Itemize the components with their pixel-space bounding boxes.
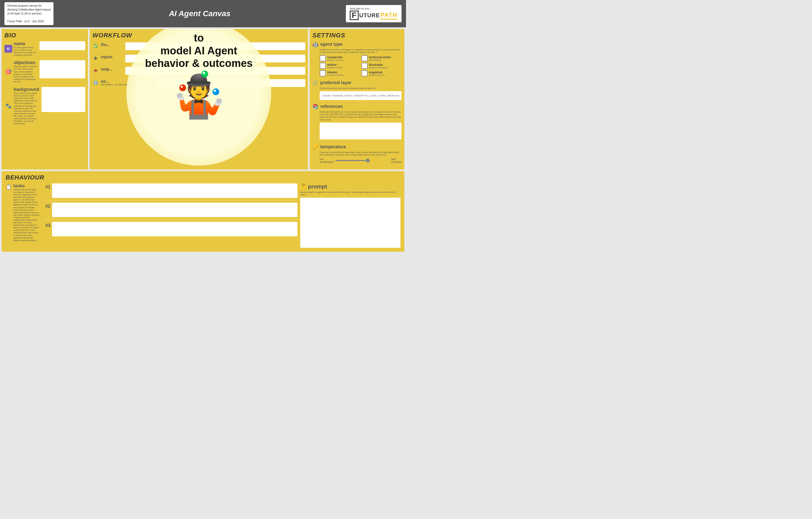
agent-researcher[interactable]: researcher (internet access) xyxy=(320,55,360,61)
tasks-col: 📋 tasks What are the various tasks your … xyxy=(6,184,297,249)
bio-obj-desc: What this Agent is intended for? This te… xyxy=(13,65,37,83)
agent-ideator[interactable]: ideator (creative thinker) xyxy=(320,70,360,76)
bio-name-input[interactable] xyxy=(39,41,85,50)
ideator-checkbox[interactable] xyxy=(320,70,326,76)
task-input-3[interactable] xyxy=(52,222,297,236)
references-icon: 📚 xyxy=(313,103,319,110)
temp-handle[interactable] xyxy=(366,159,370,163)
agent-type-grid: researcher (internet access) technical w… xyxy=(313,55,402,76)
preferred-layer-block: 🛒 preferred layer (Optional) Any idea on… xyxy=(313,80,402,100)
ideator-sublabel: (creative thinker) xyxy=(327,74,344,76)
bio-background-input[interactable] xyxy=(41,87,85,112)
references-block: 📚 references (Optional) If this Agent ha… xyxy=(313,103,402,140)
header-version: Future Path - v1.0 - July 2024 xyxy=(7,20,51,23)
workflow-row-1: ✅ the... xyxy=(92,41,305,51)
workflow-icon-4: ℹ️ xyxy=(92,80,98,86)
task-row-1: #1 xyxy=(42,184,297,198)
target-icon: 🎯 xyxy=(4,68,12,76)
logo-uture: UTURE xyxy=(359,12,380,19)
workflow-items: ✅ the... ➕ inputs 📤 outp... xyxy=(92,41,305,88)
bio-name-labels: name Its name (quite obvious, isn't it?)… xyxy=(13,41,37,56)
task-input-2[interactable] xyxy=(52,202,297,217)
agent-type-desc: Identify the pure nature of the agent: i… xyxy=(313,49,402,54)
references-label: references xyxy=(320,104,343,109)
task-row-3: #3 xyxy=(42,222,297,236)
tasks-description: 📋 tasks What are the various tasks your … xyxy=(6,184,40,249)
technical-writer-label: technical writer xyxy=(369,55,392,59)
organiser-checkbox[interactable] xyxy=(361,70,368,76)
page-title: AI Agent Canvas xyxy=(54,9,346,18)
tasks-icon: 📋 xyxy=(6,184,12,190)
organiser-label: organiser xyxy=(369,71,385,74)
prompt-textarea[interactable] xyxy=(300,198,400,248)
bio-bg-label-col: 🐾 background This is the bio of the Agen… xyxy=(4,87,39,125)
workflow-label-1: the... xyxy=(101,43,123,47)
bio-section: BIO ID name Its name (quite obvious, isn… xyxy=(2,29,88,169)
workflow-title: WORKFLOW xyxy=(92,32,305,39)
preferred-layer-desc: (Optional) Any idea on the best AI subst… xyxy=(313,87,402,89)
temp-high-sublabel: (creative) xyxy=(391,161,402,163)
author-checkbox[interactable] xyxy=(320,63,326,69)
preferred-layer-label-row: 🛒 preferred layer xyxy=(313,80,402,86)
bio-obj-labels: objectives What this Agent is intended f… xyxy=(13,60,37,83)
researcher-checkbox[interactable] xyxy=(320,55,326,61)
workflow-input-3[interactable] xyxy=(125,67,305,75)
bio-bg-label: background xyxy=(13,87,39,92)
prompt-label-row: 🤔 prompt xyxy=(300,184,400,190)
main-content: BIO ID name Its name (quite obvious, isn… xyxy=(0,27,406,253)
bio-objectives-input[interactable] xyxy=(39,60,85,78)
bio-obj-label-col: 🎯 objectives What this Agent is intended… xyxy=(4,60,37,83)
bio-name-label-col: ID name Its name (quite obvious, isn't i… xyxy=(4,41,37,56)
references-label-row: 📚 references xyxy=(313,103,402,110)
workflow-icon-3: 📤 xyxy=(92,67,98,74)
workflow-label-4: int... After initially p... the Agent go… xyxy=(101,79,156,86)
settings-section: SETTINGS 🤖 agent type Identify the pure … xyxy=(310,29,404,169)
task-num-1: #1 xyxy=(42,184,50,190)
temperature-label: temperature xyxy=(320,144,346,149)
illustrator-checkbox[interactable] xyxy=(361,63,368,69)
behaviour-title: BEHAVIOUR xyxy=(6,174,400,181)
preferred-layer-input[interactable] xyxy=(320,91,402,100)
author-sublabel: (creative writer) xyxy=(327,66,343,69)
agent-technical-writer[interactable]: technical writer (predictable) xyxy=(361,55,402,61)
agent-type-label-row: 🤖 agent type xyxy=(313,41,402,47)
technical-writer-checkbox[interactable] xyxy=(361,55,368,61)
bio-bg-labels: background This is the bio of the Agent:… xyxy=(13,87,39,125)
references-input[interactable] xyxy=(320,122,402,139)
agent-author[interactable]: author (creative writer) xyxy=(320,63,360,69)
workflow-input-4[interactable] xyxy=(158,79,305,87)
bio-name-desc: Its name (quite obvious, isn't it?) Refe… xyxy=(13,46,37,56)
tasks-label: tasks xyxy=(13,184,40,188)
agent-illustrator[interactable]: illustrator (graphics producer) xyxy=(361,63,402,69)
task-num-2: #2 xyxy=(42,202,50,209)
preferred-layer-label: preferred layer xyxy=(320,80,351,85)
bio-name-label: name xyxy=(13,41,37,46)
temperature-icon: 🔑 xyxy=(313,144,319,150)
header-description: General purpose canvas for devising Coll… xyxy=(4,2,54,25)
task-num-3: #3 xyxy=(42,222,50,228)
temp-slider[interactable] xyxy=(335,160,389,161)
tasks-label-block: tasks What are the various tasks your Ag… xyxy=(13,184,40,242)
illustrator-sublabel: (graphics producer) xyxy=(369,66,388,69)
author-label: author xyxy=(327,63,343,66)
tasks-label-desc: What are the various tasks your Agent is… xyxy=(13,188,40,242)
temperature-desc: (Optional) In relation with the Agent ty… xyxy=(313,151,402,156)
references-desc: (Optional) If this Agent has to access s… xyxy=(313,111,402,121)
workflow-input-1[interactable] xyxy=(125,43,305,50)
agent-type-block: 🤖 agent type Identify the pure nature of… xyxy=(313,41,402,76)
logo-path: PATH xyxy=(380,11,397,20)
researcher-sublabel: (internet access) xyxy=(327,59,344,61)
researcher-label: researcher xyxy=(327,55,344,59)
workflow-input-2[interactable] xyxy=(125,55,305,62)
task-divider-2 xyxy=(42,219,297,220)
bio-background-row: 🐾 background This is the bio of the Agen… xyxy=(4,87,85,125)
workflow-row-2: ➕ inputs xyxy=(92,54,305,63)
prompt-col: 🤔 prompt How your Agent is supposed to i… xyxy=(300,184,400,249)
task-input-1[interactable] xyxy=(52,184,297,198)
agent-organiser[interactable]: organiser (taskist planner) xyxy=(361,70,402,76)
header-logo: shed light on your F UTURE PATH xyxy=(346,5,402,22)
workflow-label-2: inputs xyxy=(101,55,123,59)
header-desc-line2: devising Collaborative Agent based xyxy=(7,8,51,12)
temperature-row: low (predictable) high (creative) xyxy=(313,158,402,163)
preferred-layer-icon: 🛒 xyxy=(313,80,319,86)
